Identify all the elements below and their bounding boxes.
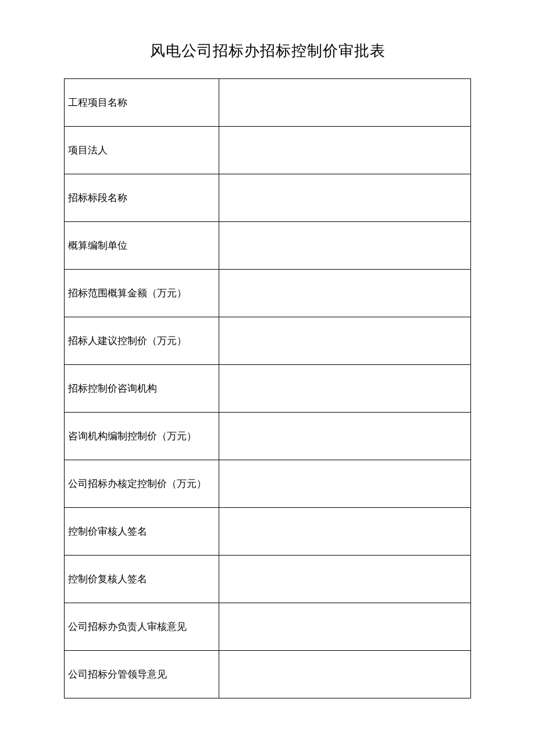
row-label: 招标控制价咨询机构: [65, 365, 219, 413]
row-value: [219, 460, 470, 508]
row-label: 概算编制单位: [65, 222, 219, 270]
table-row: 工程项目名称: [65, 79, 471, 127]
row-value: [219, 365, 470, 413]
row-value: [219, 317, 470, 365]
table-row: 控制价审核人签名: [65, 508, 471, 556]
row-label: 公司招标办负责人审核意见: [65, 603, 219, 651]
table-row: 概算编制单位: [65, 222, 471, 270]
row-label: 招标人建议控制价（万元）: [65, 317, 219, 365]
row-value: [219, 79, 470, 127]
row-label: 咨询机构编制控制价（万元）: [65, 413, 219, 460]
row-label: 控制价审核人签名: [65, 508, 219, 556]
row-label: 公司招标办核定控制价（万元）: [65, 460, 219, 508]
row-label: 项目法人: [65, 127, 219, 174]
table-row: 控制价复核人签名: [65, 556, 471, 603]
row-label: 工程项目名称: [65, 79, 219, 127]
row-value: [219, 651, 470, 698]
table-row: 项目法人: [65, 127, 471, 174]
table-row: 招标控制价咨询机构: [65, 365, 471, 413]
row-value: [219, 413, 470, 460]
row-label: 控制价复核人签名: [65, 556, 219, 603]
row-value: [219, 222, 470, 270]
row-value: [219, 174, 470, 222]
table-row: 招标范围概算金额（万元）: [65, 270, 471, 317]
page-title: 风电公司招标办招标控制价审批表: [64, 41, 471, 61]
row-value: [219, 603, 470, 651]
row-value: [219, 508, 470, 556]
row-label: 公司招标分管领导意见: [65, 651, 219, 698]
row-label: 招标范围概算金额（万元）: [65, 270, 219, 317]
row-label: 招标标段名称: [65, 174, 219, 222]
approval-table: 工程项目名称 项目法人 招标标段名称 概算编制单位 招标范围概算金额（万元） 招…: [64, 78, 471, 698]
table-row: 招标标段名称: [65, 174, 471, 222]
row-value: [219, 556, 470, 603]
table-row: 公司招标分管领导意见: [65, 651, 471, 698]
table-row: 公司招标办负责人审核意见: [65, 603, 471, 651]
table-row: 公司招标办核定控制价（万元）: [65, 460, 471, 508]
row-value: [219, 127, 470, 174]
table-row: 咨询机构编制控制价（万元）: [65, 413, 471, 460]
table-row: 招标人建议控制价（万元）: [65, 317, 471, 365]
row-value: [219, 270, 470, 317]
